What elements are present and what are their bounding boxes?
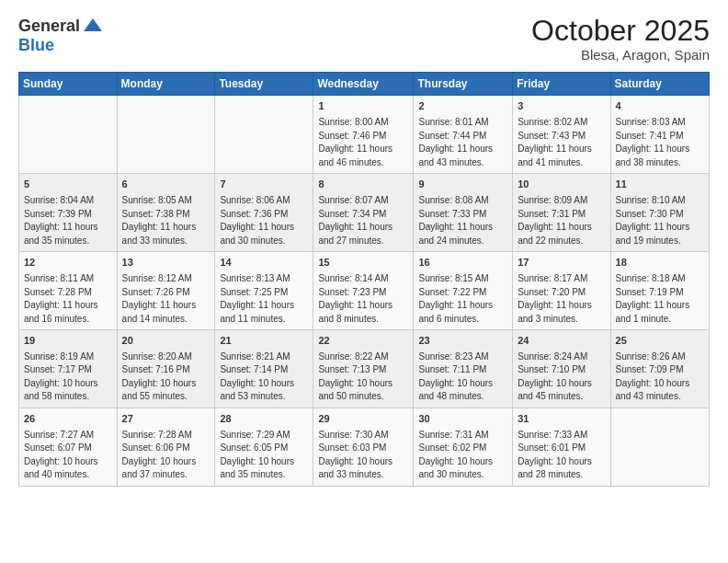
day-info: Sunrise: 8:13 AM Sunset: 7:25 PM Dayligh… <box>220 272 308 326</box>
logo-general-text: General <box>18 17 80 34</box>
calendar-week-5: 26Sunrise: 7:27 AM Sunset: 6:07 PM Dayli… <box>19 408 710 486</box>
day-info: Sunrise: 8:11 AM Sunset: 7:28 PM Dayligh… <box>24 272 112 326</box>
calendar-cell: 20Sunrise: 8:20 AM Sunset: 7:16 PM Dayli… <box>117 330 215 408</box>
day-info: Sunrise: 8:15 AM Sunset: 7:22 PM Dayligh… <box>418 272 507 326</box>
day-number: 11 <box>616 178 704 192</box>
day-info: Sunrise: 8:21 AM Sunset: 7:14 PM Dayligh… <box>220 350 308 404</box>
calendar-cell: 26Sunrise: 7:27 AM Sunset: 6:07 PM Dayli… <box>19 408 118 486</box>
calendar-week-4: 19Sunrise: 8:19 AM Sunset: 7:17 PM Dayli… <box>19 330 710 408</box>
day-number: 14 <box>220 256 308 270</box>
day-info: Sunrise: 8:09 AM Sunset: 7:31 PM Dayligh… <box>518 194 605 247</box>
day-number: 4 <box>616 99 704 114</box>
calendar-cell: 8Sunrise: 8:07 AM Sunset: 7:34 PM Daylig… <box>313 174 414 252</box>
calendar-cell: 9Sunrise: 8:08 AM Sunset: 7:33 PM Daylig… <box>414 174 513 252</box>
calendar-cell: 2Sunrise: 8:01 AM Sunset: 7:44 PM Daylig… <box>414 96 513 174</box>
day-number: 27 <box>122 412 210 427</box>
weekday-header-row: SundayMondayTuesdayWednesdayThursdayFrid… <box>19 73 710 96</box>
calendar-cell: 30Sunrise: 7:31 AM Sunset: 6:02 PM Dayli… <box>414 408 513 486</box>
calendar-body: 1Sunrise: 8:00 AM Sunset: 7:46 PM Daylig… <box>19 96 710 487</box>
calendar-cell: 11Sunrise: 8:10 AM Sunset: 7:30 PM Dayli… <box>610 174 709 252</box>
day-info: Sunrise: 8:02 AM Sunset: 7:43 PM Dayligh… <box>518 116 605 169</box>
calendar-week-2: 5Sunrise: 8:04 AM Sunset: 7:39 PM Daylig… <box>19 174 710 252</box>
logo-icon <box>82 15 104 37</box>
calendar-cell <box>610 408 709 486</box>
day-info: Sunrise: 8:18 AM Sunset: 7:19 PM Dayligh… <box>616 272 704 326</box>
calendar-cell: 5Sunrise: 8:04 AM Sunset: 7:39 PM Daylig… <box>19 174 118 252</box>
day-number: 7 <box>220 178 308 192</box>
calendar-table: SundayMondayTuesdayWednesdayThursdayFrid… <box>18 72 710 487</box>
weekday-wednesday: Wednesday <box>313 73 414 96</box>
day-number: 24 <box>518 334 605 349</box>
calendar-cell: 17Sunrise: 8:17 AM Sunset: 7:20 PM Dayli… <box>513 252 610 330</box>
header: General Blue October 2025 Blesa, Aragon,… <box>18 15 710 63</box>
day-info: Sunrise: 8:01 AM Sunset: 7:44 PM Dayligh… <box>418 116 507 169</box>
day-info: Sunrise: 8:14 AM Sunset: 7:23 PM Dayligh… <box>318 272 408 326</box>
svg-marker-0 <box>84 18 102 31</box>
day-number: 8 <box>318 178 408 192</box>
day-number: 17 <box>518 256 605 270</box>
day-number: 6 <box>122 178 210 192</box>
calendar-cell: 31Sunrise: 7:33 AM Sunset: 6:01 PM Dayli… <box>513 408 610 486</box>
day-number: 13 <box>122 256 210 270</box>
calendar-cell: 10Sunrise: 8:09 AM Sunset: 7:31 PM Dayli… <box>513 174 610 252</box>
day-info: Sunrise: 8:03 AM Sunset: 7:41 PM Dayligh… <box>616 116 704 169</box>
calendar-cell: 16Sunrise: 8:15 AM Sunset: 7:22 PM Dayli… <box>414 252 513 330</box>
weekday-thursday: Thursday <box>414 73 513 96</box>
day-number: 10 <box>518 178 605 192</box>
day-info: Sunrise: 8:04 AM Sunset: 7:39 PM Dayligh… <box>24 194 112 247</box>
day-number: 26 <box>24 412 112 427</box>
day-number: 20 <box>122 334 210 349</box>
day-number: 1 <box>318 99 408 114</box>
calendar-cell: 1Sunrise: 8:00 AM Sunset: 7:46 PM Daylig… <box>313 96 414 174</box>
calendar-cell: 14Sunrise: 8:13 AM Sunset: 7:25 PM Dayli… <box>215 252 313 330</box>
calendar-cell: 15Sunrise: 8:14 AM Sunset: 7:23 PM Dayli… <box>313 252 414 330</box>
title-block: October 2025 Blesa, Aragon, Spain <box>531 15 710 63</box>
weekday-saturday: Saturday <box>610 73 709 96</box>
calendar-cell <box>215 96 313 174</box>
page: General Blue October 2025 Blesa, Aragon,… <box>0 0 728 563</box>
day-number: 18 <box>616 256 704 270</box>
day-number: 28 <box>220 412 308 427</box>
calendar-cell: 6Sunrise: 8:05 AM Sunset: 7:38 PM Daylig… <box>117 174 215 252</box>
calendar-cell: 18Sunrise: 8:18 AM Sunset: 7:19 PM Dayli… <box>610 252 709 330</box>
day-info: Sunrise: 8:08 AM Sunset: 7:33 PM Dayligh… <box>418 194 507 247</box>
day-number: 31 <box>518 412 605 427</box>
day-number: 12 <box>24 256 112 270</box>
calendar-cell <box>117 96 215 174</box>
day-info: Sunrise: 7:29 AM Sunset: 6:05 PM Dayligh… <box>220 429 308 482</box>
day-number: 2 <box>418 99 507 114</box>
day-info: Sunrise: 8:06 AM Sunset: 7:36 PM Dayligh… <box>220 194 308 247</box>
weekday-monday: Monday <box>117 73 215 96</box>
logo: General Blue <box>18 15 104 54</box>
calendar-cell: 23Sunrise: 8:23 AM Sunset: 7:11 PM Dayli… <box>414 330 513 408</box>
calendar-cell: 21Sunrise: 8:21 AM Sunset: 7:14 PM Dayli… <box>215 330 313 408</box>
calendar-cell: 3Sunrise: 8:02 AM Sunset: 7:43 PM Daylig… <box>513 96 610 174</box>
day-info: Sunrise: 7:28 AM Sunset: 6:06 PM Dayligh… <box>122 429 210 482</box>
day-number: 9 <box>418 178 507 192</box>
day-number: 5 <box>24 178 112 192</box>
calendar-cell: 4Sunrise: 8:03 AM Sunset: 7:41 PM Daylig… <box>610 96 709 174</box>
weekday-sunday: Sunday <box>19 73 118 96</box>
day-info: Sunrise: 8:07 AM Sunset: 7:34 PM Dayligh… <box>318 194 408 247</box>
calendar-header: SundayMondayTuesdayWednesdayThursdayFrid… <box>19 73 710 96</box>
day-number: 21 <box>220 334 308 349</box>
calendar-cell: 29Sunrise: 7:30 AM Sunset: 6:03 PM Dayli… <box>313 408 414 486</box>
calendar-subtitle: Blesa, Aragon, Spain <box>531 47 710 63</box>
day-number: 23 <box>418 334 507 349</box>
calendar-title: October 2025 <box>531 15 710 47</box>
day-info: Sunrise: 8:23 AM Sunset: 7:11 PM Dayligh… <box>418 350 507 404</box>
day-info: Sunrise: 8:26 AM Sunset: 7:09 PM Dayligh… <box>616 350 704 404</box>
day-info: Sunrise: 7:27 AM Sunset: 6:07 PM Dayligh… <box>24 429 112 482</box>
calendar-week-3: 12Sunrise: 8:11 AM Sunset: 7:28 PM Dayli… <box>19 252 710 330</box>
day-info: Sunrise: 8:19 AM Sunset: 7:17 PM Dayligh… <box>24 350 112 404</box>
calendar-cell <box>19 96 118 174</box>
day-info: Sunrise: 8:17 AM Sunset: 7:20 PM Dayligh… <box>518 272 605 326</box>
day-info: Sunrise: 8:12 AM Sunset: 7:26 PM Dayligh… <box>122 272 210 326</box>
calendar-cell: 12Sunrise: 8:11 AM Sunset: 7:28 PM Dayli… <box>19 252 118 330</box>
calendar-cell: 22Sunrise: 8:22 AM Sunset: 7:13 PM Dayli… <box>313 330 414 408</box>
day-number: 29 <box>318 412 408 427</box>
calendar-cell: 13Sunrise: 8:12 AM Sunset: 7:26 PM Dayli… <box>117 252 215 330</box>
calendar-cell: 27Sunrise: 7:28 AM Sunset: 6:06 PM Dayli… <box>117 408 215 486</box>
day-info: Sunrise: 8:00 AM Sunset: 7:46 PM Dayligh… <box>318 116 408 169</box>
day-number: 19 <box>24 334 112 349</box>
